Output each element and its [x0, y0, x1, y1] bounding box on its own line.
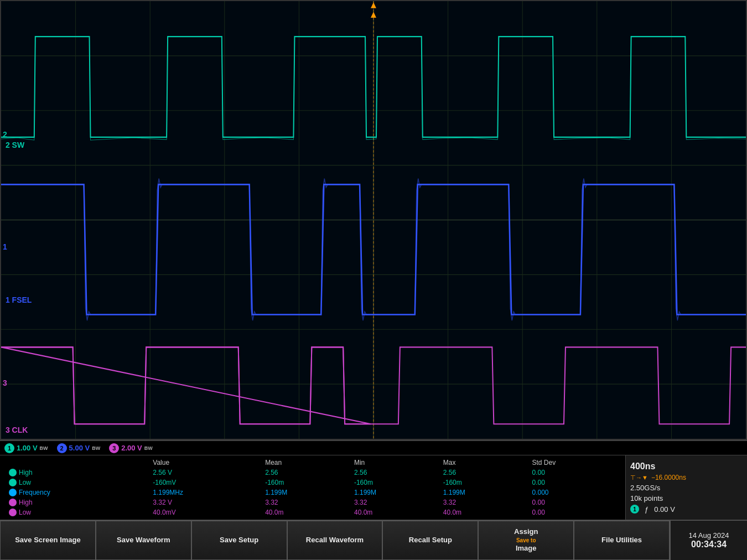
meas-mean-1: -160m — [261, 478, 350, 488]
ch1-volt: 1.00 V — [17, 444, 38, 452]
meas-std-2: 0.000 — [528, 488, 621, 497]
trigger-offset-value: −16.0000ns — [651, 474, 686, 481]
svg-text:3 CLK: 3 CLK — [6, 426, 28, 435]
trigger-level: 0.00 V — [654, 505, 675, 514]
meas-label-1: Low — [4, 478, 148, 488]
meas-min-0: 2.56 — [350, 468, 439, 478]
meas-std-1: 0.00 — [528, 478, 621, 488]
meas-row-3: High 3.32 V 3.32 3.32 3.32 0.00 — [4, 497, 621, 507]
meas-max-1: -160m — [439, 478, 528, 488]
recall-waveform-button[interactable]: Recall Waveform — [287, 521, 383, 560]
meas-max-4: 40.0m — [439, 507, 528, 517]
meas-value-4: 40.0mV — [148, 507, 261, 517]
meas-row-4: Low 40.0mV 40.0m 40.0m 40.0m 0.00 — [4, 507, 621, 517]
meas-std-0: 0.00 — [528, 468, 621, 478]
date-display: 14 Aug 2024 — [689, 531, 729, 540]
ch3-volt: 2.00 V — [121, 444, 142, 452]
trigger-offset-icon: ⊤→▼ — [630, 474, 648, 481]
file-utilities-button[interactable]: File Utilities — [574, 521, 670, 560]
save-setup-button[interactable]: Save Setup — [191, 521, 287, 560]
col-std: Std Dev — [528, 458, 621, 468]
points-row: 10k points — [630, 494, 743, 502]
meas-min-4: 40.0m — [350, 507, 439, 517]
meas-row-2: Frequency 1.199MHz 1.199M 1.199M 1.199M … — [4, 488, 621, 497]
col-mean: Mean — [261, 458, 350, 468]
meas-max-0: 2.56 — [439, 468, 528, 478]
points-value: 10k points — [630, 494, 663, 502]
ch1-circle: 1 — [4, 443, 14, 453]
func-buttons: Save Screen Image Save Waveform Save Set… — [0, 520, 747, 560]
sample-rate-value: 2.50GS/s — [630, 484, 660, 492]
meas-max-2: 1.199M — [439, 488, 528, 497]
col-min: Min — [350, 458, 439, 468]
svg-text:1: 1 — [3, 242, 7, 252]
ch-info-bar: 1 1.00 V BW 2 5.00 V BW 3 2.00 V BW — [0, 440, 747, 455]
meas-std-4: 0.00 — [528, 507, 621, 517]
meas-value-3: 3.32 V — [148, 497, 261, 507]
meas-value-1: -160mV — [148, 478, 261, 488]
meas-label-2: Frequency — [4, 488, 148, 497]
svg-text:3: 3 — [3, 378, 7, 387]
recall-setup-button[interactable]: Recall Setup — [382, 521, 478, 560]
datetime-block: 14 Aug 2024 00:34:34 — [670, 521, 747, 560]
meas-mean-2: 1.199M — [261, 488, 350, 497]
measurements-table: Value Mean Min Max Std Dev High 2.56 V — [0, 455, 625, 520]
ch2-info[interactable]: 2 5.00 V BW — [57, 443, 101, 453]
sample-rate-row: 2.50GS/s — [630, 484, 743, 492]
meas-mean-3: 3.32 — [261, 497, 350, 507]
meas-min-2: 1.199M — [350, 488, 439, 497]
timebase-value: 400ns — [630, 462, 655, 471]
scope-screen: 2 SW 1 FSEL 3 CLK 2 1 3 — [0, 0, 747, 440]
measurements-area: Value Mean Min Max Std Dev High 2.56 V — [0, 455, 747, 520]
trigger-type: ƒ — [645, 505, 649, 514]
meas-row-0: High 2.56 V 2.56 2.56 2.56 0.00 — [4, 468, 621, 478]
time-display: 00:34:34 — [691, 540, 727, 549]
col-max: Max — [439, 458, 528, 468]
right-info-panel: 400ns ⊤→▼ −16.0000ns 2.50GS/s 10k points… — [625, 455, 747, 520]
meas-label-3: High — [4, 497, 148, 507]
meas-row-1: Low -160mV -160m -160m -160m 0.00 — [4, 478, 621, 488]
meas-mean-0: 2.56 — [261, 468, 350, 478]
ch2-volt: 5.00 V — [69, 444, 90, 452]
meas-value-0: 2.56 V — [148, 468, 261, 478]
ch2-bw: BW — [92, 445, 100, 451]
trigger-offset-row: ⊤→▼ −16.0000ns — [630, 474, 743, 481]
meas-std-3: 0.00 — [528, 497, 621, 507]
meas-min-1: -160m — [350, 478, 439, 488]
ch1-num: 1 — [8, 445, 11, 452]
svg-text:2 SW: 2 SW — [6, 141, 24, 150]
meas-min-3: 3.32 — [350, 497, 439, 507]
meas-max-3: 3.32 — [439, 497, 528, 507]
assign-bowl-to-image-button[interactable]: Assign Save to Image — [478, 521, 574, 560]
meas-mean-4: 40.0m — [261, 507, 350, 517]
bottom-area: 1 1.00 V BW 2 5.00 V BW 3 2.00 V BW — [0, 440, 747, 560]
ch1-info[interactable]: 1 1.00 V BW — [4, 443, 48, 453]
meas-value-2: 1.199MHz — [148, 488, 261, 497]
svg-text:2: 2 — [3, 129, 7, 139]
save-waveform-button[interactable]: Save Waveform — [96, 521, 191, 560]
ch3-circle: 3 — [109, 443, 119, 453]
col-value: Value — [148, 458, 261, 468]
ch3-num: 3 — [112, 445, 116, 452]
save-screen-image-button[interactable]: Save Screen Image — [0, 521, 96, 560]
col-label — [4, 458, 148, 468]
meas-label-4: Low — [4, 507, 148, 517]
svg-text:1 FSEL: 1 FSEL — [6, 295, 32, 305]
trigger-ch-circle: 1 — [630, 505, 639, 514]
ch1-bw: BW — [40, 445, 48, 451]
timebase-row: 400ns — [630, 462, 743, 471]
ch2-num: 2 — [60, 445, 64, 452]
trigger-row: 1 ƒ 0.00 V — [630, 505, 743, 514]
ch3-bw: BW — [144, 445, 153, 451]
ch2-circle: 2 — [57, 443, 67, 453]
ch3-info[interactable]: 3 2.00 V BW — [109, 443, 153, 453]
meas-label-0: High — [4, 468, 148, 478]
